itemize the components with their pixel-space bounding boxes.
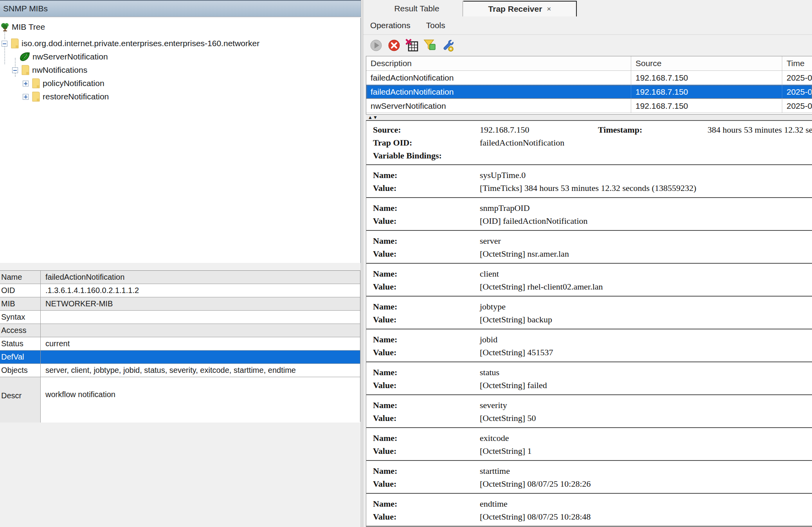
column-header-description[interactable]: Description: [366, 56, 631, 70]
trap-row-selected[interactable]: failedActionNotification 192.168.7.150 2…: [366, 85, 812, 99]
property-row-mib[interactable]: MIB NETWORKER-MIB: [0, 297, 360, 311]
menu-tools[interactable]: Tools: [426, 21, 445, 30]
folder-icon: [21, 65, 30, 75]
property-row-descr[interactable]: Descr workflow notification: [0, 377, 360, 423]
source-label: Source:: [366, 123, 480, 136]
settings-button[interactable]: [441, 39, 455, 52]
tab-trap-receiver[interactable]: Trap Receiver ×: [463, 1, 577, 16]
leaf-icon: [19, 52, 30, 62]
play-icon: [370, 39, 382, 52]
menu-bar: Operations Tools: [363, 16, 812, 35]
snmp-mib-browser-window: SNMP MIBs MIB Tree: [0, 0, 812, 527]
property-row-access[interactable]: Access: [0, 324, 360, 337]
toolbar: [363, 35, 812, 56]
tab-result-table[interactable]: Result Table: [371, 1, 463, 16]
expand-icon[interactable]: [23, 94, 29, 100]
mib-node-properties-table: Name failedActionNotification OID .1.3.6…: [0, 270, 360, 422]
splitter-collapse-icons[interactable]: ▲▼: [368, 115, 378, 119]
mib-tree: MIB Tree iso.org.dod.internet.private.en…: [0, 18, 361, 263]
tree-item-nwnotifications[interactable]: nwNotifications: [12, 63, 87, 77]
clear-table-icon: [405, 39, 419, 52]
tree-item-mib-tree[interactable]: MIB Tree: [1, 20, 45, 34]
varbind-jobid: Name:jobid Value:[OctetString] 451537: [366, 329, 812, 362]
varbind-starttime: Name:starttime Value:[OctetString] 08/07…: [366, 461, 812, 494]
varbind-client: Name:client Value:[OctetString] rhel-cli…: [366, 264, 812, 297]
close-tab-icon[interactable]: ×: [547, 5, 551, 13]
trap-detail-header: Source: 192.168.7.150 Timestamp: 384 hou…: [366, 121, 812, 165]
property-row-oid[interactable]: OID .1.3.6.1.4.1.160.0.2.1.1.1.2: [0, 284, 360, 297]
folder-icon: [32, 78, 40, 88]
varbind-server: Name:server Value:[OctetString] nsr.amer…: [366, 231, 812, 264]
tab-bar: Result Table Trap Receiver ×: [363, 0, 812, 16]
trap-row[interactable]: failedActionNotification 192.168.7.150 2…: [366, 71, 812, 85]
collapse-icon[interactable]: [12, 67, 18, 73]
variable-bindings-label: Variable Bindings:: [366, 149, 480, 162]
tree-item-label: restoreNotification: [43, 92, 109, 101]
tree-item-label: nwNotifications: [32, 65, 87, 75]
varbind-status: Name:status Value:[OctetString] failed: [366, 362, 812, 395]
tree-item-restorenotification[interactable]: restoreNotification: [23, 90, 109, 103]
clear-table-button[interactable]: [405, 39, 419, 52]
stop-trap-receiver-button[interactable]: [387, 39, 401, 52]
tree-item-nwservernotification[interactable]: nwServerNotification: [19, 50, 108, 63]
filter-button[interactable]: [423, 39, 437, 52]
tree-item-label: policyNotification: [43, 79, 104, 88]
trap-table-header: Description Source Time: [366, 56, 812, 71]
property-row-status[interactable]: Status current: [0, 337, 360, 351]
mib-panel: SNMP MIBs MIB Tree: [0, 0, 361, 527]
tree-item-label: nwServerNotification: [32, 52, 108, 61]
column-header-source[interactable]: Source: [631, 56, 782, 70]
expand-icon[interactable]: [23, 81, 29, 86]
varbind-sysuptime: Name:sysUpTime.0 Value:[TimeTicks] 384 h…: [366, 165, 812, 198]
collapse-icon[interactable]: [2, 41, 7, 47]
trap-row[interactable]: nwServerNotification 192.168.7.150 2025-…: [366, 99, 812, 113]
filter-icon: [423, 39, 437, 52]
column-header-time[interactable]: Time: [782, 56, 812, 70]
detail-splitter-horizontal[interactable]: ▲▼: [366, 115, 812, 120]
varbind-exitcode: Name:exitcode Value:[OctetString] 1: [366, 428, 812, 461]
trap-list-table: Description Source Time failedActionNoti…: [366, 56, 812, 115]
trap-detail-view: Source: 192.168.7.150 Timestamp: 384 hou…: [366, 120, 812, 527]
varbind-snmptrapoid: Name:snmpTrapOID Value:[OID] failedActio…: [366, 198, 812, 231]
mib-panel-title: SNMP MIBs: [0, 0, 361, 17]
varbind-severity: Name:severity Value:[OctetString] 50: [366, 395, 812, 428]
property-row-syntax[interactable]: Syntax: [0, 311, 360, 324]
start-trap-receiver-button[interactable]: [369, 39, 383, 52]
timestamp-value: 384 hours 53 minutes 12.32 seconds: [708, 123, 812, 136]
source-value: 192.168.7.150: [480, 123, 529, 136]
trap-oid-value: failedActionNotification: [480, 136, 564, 149]
stop-icon: [388, 39, 400, 52]
trap-oid-label: Trap OID:: [366, 136, 480, 149]
trap-receiver-panel: Result Table Trap Receiver × Operations …: [363, 0, 812, 527]
property-row-name[interactable]: Name failedActionNotification: [0, 271, 360, 284]
property-row-objects[interactable]: Objects server, client, jobtype, jobid, …: [0, 364, 360, 377]
tree-icon: [1, 22, 9, 32]
varbind-jobtype: Name:jobtype Value:[OctetString] backup: [366, 297, 812, 329]
menu-operations[interactable]: Operations: [370, 21, 411, 30]
wrench-icon: [441, 39, 455, 52]
varbind-endtime: Name:endtime Value:[OctetString] 08/07/2…: [366, 494, 812, 527]
tree-item-label: iso.org.dod.internet.private.enterprises…: [22, 39, 259, 48]
folder-icon: [11, 38, 19, 49]
timestamp-label: Timestamp:: [598, 123, 642, 136]
tree-item-policynotification[interactable]: policyNotification: [23, 77, 104, 90]
tree-item-label: MIB Tree: [12, 22, 45, 32]
tree-item-networker[interactable]: iso.org.dod.internet.private.enterprises…: [2, 37, 259, 50]
folder-icon: [32, 92, 40, 102]
property-row-defval-selected[interactable]: DefVal: [0, 351, 360, 364]
